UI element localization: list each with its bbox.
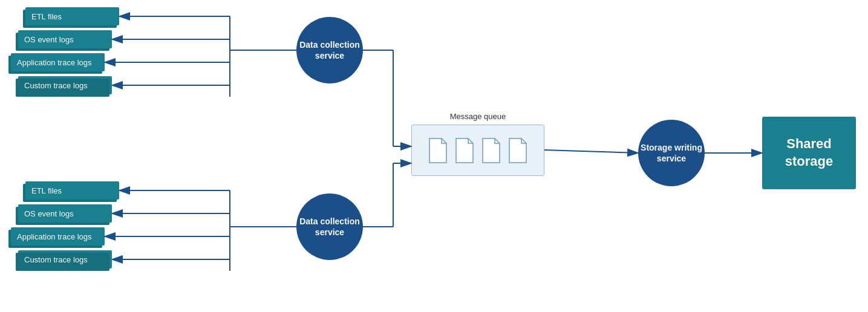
architecture-diagram: ETL files OS event logs Application trac… — [0, 0, 868, 312]
mq-doc-1 — [427, 137, 449, 164]
data-collection-circle-bot: Data collection service — [296, 193, 363, 260]
mq-doc-2 — [454, 137, 475, 164]
data-collection-circle-top: Data collection service — [296, 17, 363, 83]
mq-doc-3 — [480, 137, 502, 164]
app-trace-logs-top: Application trace logs — [11, 53, 105, 71]
app-trace-logs-bot: Application trace logs — [11, 227, 105, 245]
custom-trace-logs-bot: Custom trace logs — [18, 250, 112, 268]
storage-writing-circle: Storage writing service — [638, 120, 705, 186]
message-queue: Message queue — [411, 112, 544, 181]
shared-storage-box: Shared storage — [762, 117, 856, 189]
custom-trace-logs-top: Custom trace logs — [18, 76, 112, 94]
os-event-logs-bot: OS event logs — [18, 204, 112, 223]
message-queue-box — [411, 125, 544, 176]
os-event-logs-top: OS event logs — [18, 30, 112, 48]
etl-files-top: ETL files — [25, 7, 119, 25]
message-queue-label: Message queue — [411, 112, 544, 121]
mq-doc-4 — [507, 137, 529, 164]
svg-line-20 — [544, 150, 638, 153]
etl-files-bot: ETL files — [25, 181, 119, 200]
